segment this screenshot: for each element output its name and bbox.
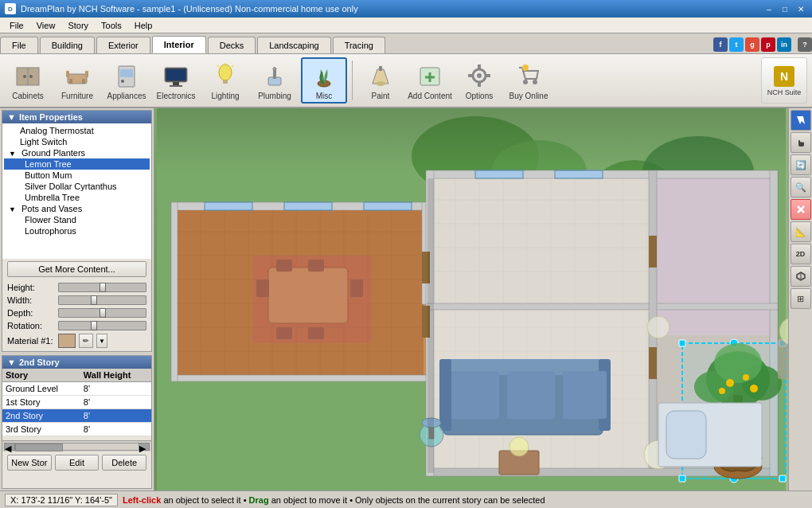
story-col-story: Story	[2, 369, 80, 382]
tab-file[interactable]: File	[0, 37, 38, 53]
tab-decks[interactable]: Decks	[208, 37, 256, 53]
add-content-button[interactable]: Add Content	[407, 57, 453, 104]
help-icon[interactable]: ?	[798, 37, 812, 52]
story-table-container[interactable]: Story Wall Height Ground Level 8' 1st St…	[2, 369, 151, 440]
cancel-tool-button[interactable]	[791, 199, 811, 220]
plumbing-icon	[260, 61, 289, 90]
story-row-2nd[interactable]: 2nd Story 8'	[2, 409, 151, 423]
svg-rect-6	[85, 71, 88, 77]
hscroll-left[interactable]: ◀	[4, 443, 15, 451]
titlebar-left: D DreamPlan by NCH Software - sample1 - …	[5, 3, 358, 14]
material-swatch[interactable]	[58, 334, 76, 348]
svg-point-16	[219, 64, 232, 80]
paint-button[interactable]: Paint	[357, 57, 404, 104]
facebook-icon[interactable]: f	[713, 37, 728, 52]
menu-view[interactable]: View	[30, 19, 62, 32]
buy-online-icon	[514, 61, 543, 90]
tab-building[interactable]: Building	[40, 37, 95, 53]
tabbar: File Building Exterior Interior Decks La…	[0, 33, 812, 54]
story-name-3rd: 3rd Story	[2, 423, 80, 436]
tree-item-button-mum[interactable]: Button Mum	[4, 170, 150, 181]
svg-line-19	[232, 65, 233, 67]
rotation-row: Rotation:	[7, 321, 146, 330]
story-row-1st[interactable]: 1st Story 8'	[2, 396, 151, 409]
2d-view-button[interactable]: 2D	[791, 244, 811, 264]
menu-story[interactable]: Story	[61, 19, 95, 32]
height-slider[interactable]	[58, 283, 146, 292]
close-button[interactable]: ✕	[794, 3, 807, 14]
edit-story-button[interactable]: Edit	[55, 455, 100, 471]
depth-thumb[interactable]	[100, 308, 106, 318]
tree-item-silver-dollar[interactable]: Silver Dollar Cyrtanthus	[4, 181, 150, 192]
story-hscroll[interactable]: ◀ ▶	[2, 440, 151, 451]
height-thumb[interactable]	[100, 283, 106, 292]
tree-item-light-switch[interactable]: Light Switch	[4, 136, 150, 147]
hand-tool-button[interactable]	[791, 132, 811, 153]
titlebar-controls[interactable]: – □ ✕	[763, 3, 807, 14]
canvas-area[interactable]	[154, 108, 788, 490]
plumbing-label: Plumbing	[258, 92, 291, 100]
viewport[interactable]	[154, 108, 788, 490]
misc-button[interactable]: Misc	[301, 57, 347, 104]
svg-point-147	[743, 374, 749, 381]
grid-toggle-button[interactable]: ⊞	[791, 288, 811, 309]
tab-tracing[interactable]: Tracing	[333, 37, 385, 53]
menu-help[interactable]: Help	[128, 19, 159, 32]
hscroll-thumb[interactable]	[15, 444, 63, 451]
svg-line-20	[217, 65, 219, 67]
tab-interior[interactable]: Interior	[152, 36, 206, 53]
tree-item-flower-stand[interactable]: Flower Stand	[4, 214, 150, 225]
plumbing-button[interactable]: Plumbing	[252, 57, 298, 104]
minimize-button[interactable]: –	[763, 3, 775, 14]
delete-story-button[interactable]: Delete	[102, 455, 146, 471]
rotation-thumb[interactable]	[91, 321, 97, 330]
hscroll-right[interactable]: ▶	[139, 443, 150, 451]
nch-suite-button[interactable]: N NCH Suite	[761, 57, 807, 104]
story-collapse-icon: ▼	[7, 358, 16, 367]
options-button[interactable]: Options	[456, 57, 502, 104]
measure-tool-button[interactable]: 📐	[791, 221, 811, 242]
svg-rect-31	[468, 74, 473, 77]
story-row-ground[interactable]: Ground Level 8'	[2, 382, 151, 396]
svg-rect-13	[166, 69, 185, 80]
item-tree[interactable]: Analog Thermostat Light Switch ▼ Ground …	[2, 123, 151, 259]
story-row-3rd[interactable]: 3rd Story 8'	[2, 423, 151, 436]
pinterest-icon[interactable]: p	[761, 37, 775, 52]
tree-item-umbrella-tree[interactable]: Umbrella Tree	[4, 192, 150, 203]
maximize-button[interactable]: □	[779, 3, 791, 14]
rotation-slider[interactable]	[58, 321, 146, 330]
get-more-content-button[interactable]: Get More Content...	[7, 261, 146, 277]
buy-online-button[interactable]: Buy Online	[506, 57, 552, 104]
appliances-button[interactable]: Appliances	[103, 57, 150, 104]
iso-view-button[interactable]	[791, 266, 811, 287]
svg-point-146	[726, 379, 734, 387]
menu-file[interactable]: File	[3, 19, 30, 32]
new-story-button[interactable]: New Stor	[7, 455, 52, 471]
tree-group-pots-vases[interactable]: ▼ Pots and Vases	[4, 203, 150, 214]
lighting-button[interactable]: Lighting	[202, 57, 248, 104]
cabinets-button[interactable]: Cabinets	[5, 57, 51, 104]
tab-landscaping[interactable]: Landscaping	[257, 37, 330, 53]
tab-exterior[interactable]: Exterior	[96, 37, 150, 53]
tree-item-loutrophorus[interactable]: Loutrophorus	[4, 225, 150, 236]
google-icon[interactable]: g	[745, 37, 759, 52]
tree-item-analog-thermostat[interactable]: Analog Thermostat	[4, 125, 150, 136]
tree-group-ground-planters[interactable]: ▼ Ground Planters	[4, 147, 150, 158]
width-thumb[interactable]	[91, 295, 97, 305]
width-slider[interactable]	[58, 295, 146, 305]
depth-slider[interactable]	[58, 308, 146, 318]
electronics-button[interactable]: Electronics	[153, 57, 199, 104]
svg-point-132	[509, 437, 529, 456]
svg-point-35	[522, 64, 529, 71]
furniture-icon	[63, 61, 92, 90]
linkedin-icon[interactable]: in	[777, 37, 791, 52]
twitter-icon[interactable]: t	[729, 37, 744, 52]
menu-tools[interactable]: Tools	[95, 19, 128, 32]
material-edit-button[interactable]: ✏	[79, 334, 93, 348]
cursor-tool-button[interactable]	[791, 110, 811, 131]
furniture-button[interactable]: Furniture	[54, 57, 100, 104]
material-dropdown-button[interactable]: ▼	[96, 334, 107, 348]
rotate-tool-button[interactable]: 🔄	[791, 154, 811, 175]
zoom-tool-button[interactable]: 🔍	[791, 177, 811, 197]
tree-item-lemon-tree[interactable]: Lemon Tree	[4, 158, 150, 170]
